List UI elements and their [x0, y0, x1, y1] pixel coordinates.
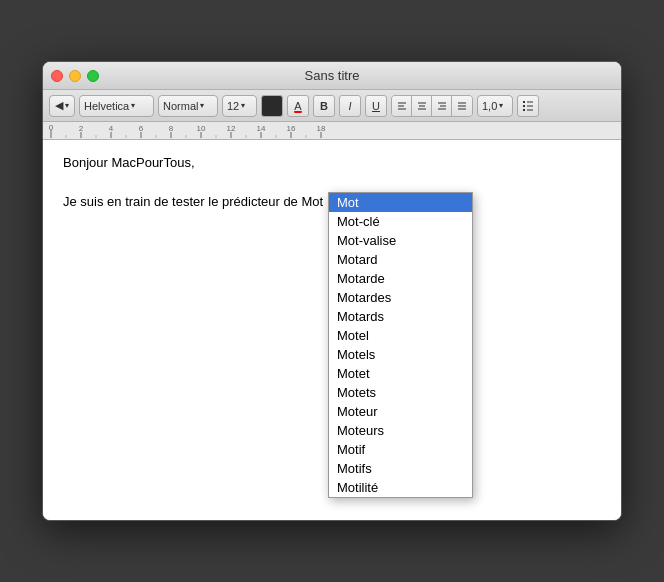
autocomplete-item-10[interactable]: Motets — [329, 383, 472, 402]
autocomplete-item-13[interactable]: Motif — [329, 440, 472, 459]
italic-button[interactable]: I — [339, 95, 361, 117]
editor-line-1: Bonjour MacPourTous, — [63, 155, 601, 170]
autocomplete-item-3[interactable]: Motard — [329, 250, 472, 269]
font-size-chevron: ▾ — [241, 101, 245, 110]
align-justify-button[interactable] — [452, 96, 472, 116]
chevron-down-icon: ▾ — [65, 101, 69, 110]
back-arrow-icon: ◀ — [55, 99, 63, 112]
align-left-button[interactable] — [392, 96, 412, 116]
font-family-label: Helvetica — [84, 100, 129, 112]
font-size-select[interactable]: 12 ▾ — [222, 95, 257, 117]
autocomplete-item-12[interactable]: Moteurs — [329, 421, 472, 440]
autocomplete-item-1[interactable]: Mot-clé — [329, 212, 472, 231]
line-spacing-button[interactable]: 1,0 ▾ — [477, 95, 513, 117]
autocomplete-item-15[interactable]: Motilité — [329, 478, 472, 497]
spacing-chevron: ▾ — [499, 101, 503, 110]
autocomplete-item-2[interactable]: Mot-valise — [329, 231, 472, 250]
svg-rect-12 — [523, 101, 525, 103]
svg-rect-14 — [523, 105, 525, 107]
font-style-select[interactable]: Normal ▾ — [158, 95, 218, 117]
autocomplete-item-14[interactable]: Motifs — [329, 459, 472, 478]
autocomplete-dropdown: Mot Mot-clé Mot-valise Motard Motarde Mo… — [328, 192, 473, 498]
underline-button[interactable]: U — [365, 95, 387, 117]
close-button[interactable] — [51, 70, 63, 82]
svg-text:12: 12 — [227, 124, 236, 133]
svg-text:6: 6 — [139, 124, 144, 133]
bold-button[interactable]: B — [313, 95, 335, 117]
svg-text:14: 14 — [257, 124, 266, 133]
svg-text:18: 18 — [317, 124, 326, 133]
font-family-chevron: ▾ — [131, 101, 135, 110]
autocomplete-item-9[interactable]: Motet — [329, 364, 472, 383]
autocomplete-item-7[interactable]: Motel — [329, 326, 472, 345]
line2-text: Je suis en train de tester le prédicteur… — [63, 194, 323, 209]
svg-text:10: 10 — [197, 124, 206, 133]
editor-area[interactable]: Bonjour MacPourTous, Je suis en train de… — [43, 140, 621, 520]
font-size-label: 12 — [227, 100, 239, 112]
svg-rect-16 — [523, 109, 525, 111]
autocomplete-item-8[interactable]: Motels — [329, 345, 472, 364]
svg-text:4: 4 — [109, 124, 114, 133]
svg-text:8: 8 — [169, 124, 174, 133]
font-style-chevron: ▾ — [200, 101, 204, 110]
autocomplete-item-4[interactable]: Motarde — [329, 269, 472, 288]
text-color-button[interactable] — [261, 95, 283, 117]
maximize-button[interactable] — [87, 70, 99, 82]
autocomplete-item-11[interactable]: Moteur — [329, 402, 472, 421]
toolbar: ◀ ▾ Helvetica ▾ Normal ▾ 12 ▾ A B I U — [43, 90, 621, 122]
alignment-group — [391, 95, 473, 117]
svg-text:16: 16 — [287, 124, 296, 133]
font-style-label: Normal — [163, 100, 198, 112]
font-color-a-button[interactable]: A — [287, 95, 309, 117]
title-bar: Sans titre — [43, 62, 621, 90]
line1-text: Bonjour MacPourTous, — [63, 155, 195, 170]
application-window: Sans titre ◀ ▾ Helvetica ▾ Normal ▾ 12 ▾… — [42, 61, 622, 521]
autocomplete-item-0[interactable]: Mot — [329, 193, 472, 212]
font-family-select[interactable]: Helvetica ▾ — [79, 95, 154, 117]
spacing-label: 1,0 — [482, 100, 497, 112]
list-button[interactable] — [517, 95, 539, 117]
svg-text:2: 2 — [79, 124, 84, 133]
align-center-button[interactable] — [412, 96, 432, 116]
traffic-lights — [51, 70, 99, 82]
svg-text:0: 0 — [49, 123, 54, 132]
ruler: 0 2 4 6 8 10 12 14 16 18 — [43, 122, 621, 140]
font-a-icon: A — [294, 100, 301, 112]
window-title: Sans titre — [305, 68, 360, 83]
align-right-button[interactable] — [432, 96, 452, 116]
history-button[interactable]: ◀ ▾ — [49, 95, 75, 117]
minimize-button[interactable] — [69, 70, 81, 82]
autocomplete-item-6[interactable]: Motards — [329, 307, 472, 326]
autocomplete-item-5[interactable]: Motardes — [329, 288, 472, 307]
